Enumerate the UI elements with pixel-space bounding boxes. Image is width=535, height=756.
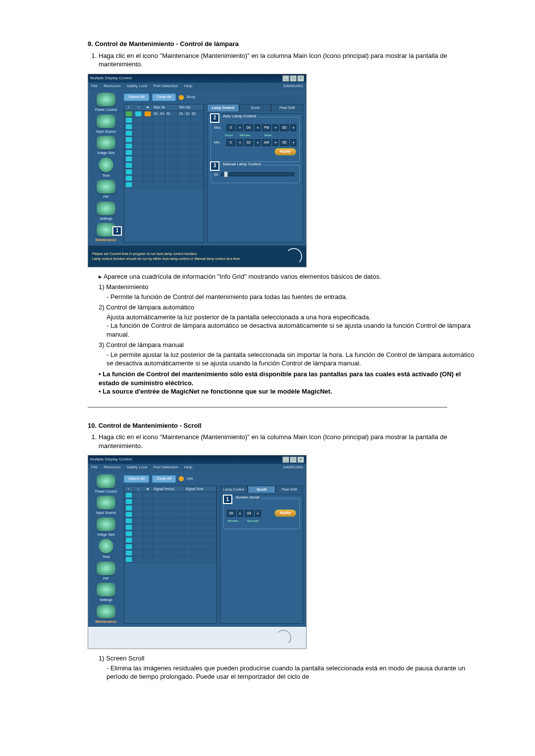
status-bar [88,627,306,649]
clear-all-button[interactable]: Clear All [152,94,176,101]
table-row[interactable] [124,143,204,150]
chevron-down-icon[interactable]: ▾ [255,510,261,517]
table-row[interactable] [124,130,204,137]
tab-lamp-control[interactable]: Lamp Control [207,104,239,111]
menu-file[interactable]: File [91,84,98,88]
select-all-button[interactable]: Select All [124,475,149,483]
menu-safety-lock[interactable]: Safety Lock [127,465,148,469]
time-icon[interactable] [99,157,113,172]
chevron-down-icon[interactable]: ▾ [290,124,296,131]
settings-icon[interactable] [97,202,115,215]
min-ampm-input[interactable]: AM [262,139,271,146]
table-row[interactable] [124,124,204,130]
maximize-icon[interactable]: □ [290,456,297,463]
menu-file[interactable]: File [91,465,98,469]
input-source-icon[interactable] [97,496,115,509]
menu-port-selection[interactable]: Port Selection [154,465,178,469]
manual-lamp-slider[interactable] [221,172,294,176]
input-source-icon[interactable] [97,114,115,128]
min-hour-input[interactable]: 5 [226,139,235,146]
tab-pixel-shift[interactable]: Pixel Shift [271,104,303,111]
power-control-icon[interactable] [97,474,115,488]
menu-remocon[interactable]: Remocon [104,465,120,469]
window-titlebar: Multiple Display Control _ □ × [88,455,306,464]
window-title: Multiple Display Control [90,76,132,81]
table-row[interactable] [124,169,204,175]
image-size-label: Image Size [91,151,121,155]
image-size-icon[interactable] [97,517,115,531]
table-row[interactable] [124,518,216,524]
tab-pixel-shift[interactable]: Pixel Shift [275,486,303,493]
table-row[interactable]: 05 : 04 PM00 05 : 02 AM00 [124,111,204,117]
min-val-input[interactable]: 00 [280,139,289,146]
status-line-1: Please set Current time in program to ru… [92,252,241,256]
tab-scroll[interactable]: Scroll [239,104,271,111]
tab-lamp-control[interactable]: Lamp Control [220,486,248,493]
min-min-input[interactable]: 02 [244,139,253,146]
chevron-down-icon[interactable]: ▾ [237,510,243,517]
maintenance-icon[interactable] [97,605,115,618]
max-ampm-input[interactable]: PM [262,124,271,131]
chevron-down-icon[interactable]: ▾ [237,139,243,146]
app-canvas: Power Control Input Source Image Size Ti… [88,90,306,245]
chevron-down-icon[interactable]: ▾ [290,139,296,146]
max-min-input[interactable]: 04 [244,124,253,131]
apply-button[interactable]: Apply [274,148,296,155]
chevron-down-icon[interactable]: ▾ [237,124,243,131]
status-line-2: Lamp control function should be run by e… [92,256,241,261]
table-row[interactable] [124,150,204,156]
table-row[interactable] [124,182,204,188]
table-row[interactable] [124,117,204,124]
s10-num-1-title: 1) Screen Scroll [99,654,478,663]
table-row[interactable] [124,156,204,162]
menu-port-selection[interactable]: Port Selection [154,84,178,88]
table-row[interactable] [124,531,216,537]
scroll-min-input[interactable]: 04 [227,510,236,517]
table-row[interactable] [124,556,216,563]
table-row[interactable] [124,550,216,556]
clear-all-button[interactable]: Clear All [152,475,176,483]
minimize-icon[interactable]: _ [282,75,289,82]
menu-remocon[interactable]: Remocon [104,84,120,88]
menu-help[interactable]: Help [184,84,192,88]
select-all-button[interactable]: Select All [124,94,149,101]
pip-icon[interactable] [97,561,115,575]
settings-icon[interactable] [97,583,115,597]
chevron-down-icon[interactable]: ▾ [255,139,261,146]
grid-header: ✓ ○ ■ Max Value Min Value [124,104,204,110]
pip-icon[interactable] [97,180,115,194]
table-row[interactable] [124,524,216,531]
chevron-down-icon[interactable]: ▾ [272,124,278,131]
minimize-icon[interactable]: _ [282,456,289,463]
table-row[interactable] [124,511,216,518]
power-control-icon[interactable] [97,93,115,106]
maximize-icon[interactable]: □ [290,75,297,82]
main-area: Select All Clear All Busy ✓ ○ ■ Max Valu… [124,93,303,242]
apply-button[interactable]: Apply [274,509,296,517]
table-row[interactable] [124,505,216,511]
table-row[interactable] [124,537,216,544]
time-icon[interactable] [99,539,113,554]
table-row[interactable] [124,544,216,550]
menu-safety-lock[interactable]: Safety Lock [127,84,148,88]
table-row[interactable] [124,137,204,143]
tab-scroll[interactable]: Scroll [248,486,275,493]
max-val-input[interactable]: 00 [280,124,289,131]
scroll-sec-input[interactable]: 04 [245,510,254,517]
table-row[interactable] [124,492,216,499]
max-hour-input[interactable]: 5 [226,124,235,131]
table-row[interactable] [124,499,216,505]
menubar: File Remocon Safety Lock Port Selection … [88,83,306,90]
table-row[interactable] [124,162,204,169]
grid-header: ✓○■ Signal Period Signal Time [124,486,216,492]
chevron-down-icon[interactable]: ▾ [255,124,261,131]
callout-3: 3 [210,161,219,171]
num-3-title: 3) Control de lámpara manual [99,341,478,350]
close-icon[interactable]: × [297,456,304,463]
table-row[interactable] [124,175,204,182]
chevron-down-icon[interactable]: ▾ [272,139,278,146]
num-2-plain: Ajusta automáticamente la luz posterior … [99,313,478,322]
menu-help[interactable]: Help [184,465,192,469]
close-icon[interactable]: × [297,75,304,82]
image-size-icon[interactable] [97,136,115,150]
